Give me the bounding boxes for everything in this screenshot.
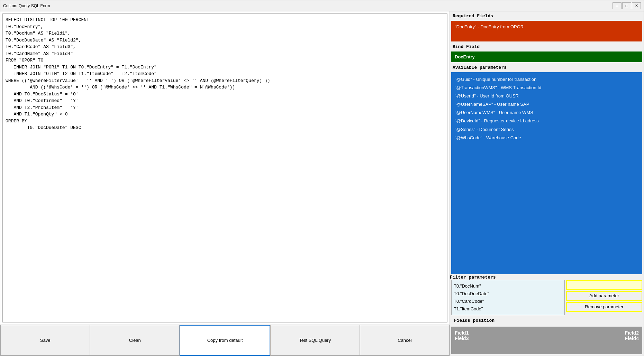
clean-button[interactable]: Clean [90, 325, 180, 356]
bind-field-header: Bind Field [450, 42, 644, 51]
main-content: SELECT DISTINCT TOP 100 PERCENT T0."DocE… [0, 11, 644, 356]
save-button[interactable]: Save [0, 325, 90, 356]
available-param-item: "@UserNameWMS" - User name WMS [455, 109, 639, 116]
required-fields-value: "DocEntry" - DocEntry from OPOR [455, 24, 524, 29]
sql-panel: SELECT DISTINCT TOP 100 PERCENT T0."DocE… [0, 11, 450, 356]
field2-label: Field2Field4 [547, 330, 639, 351]
filter-list-item[interactable]: T0."CardCode" [454, 298, 562, 305]
available-param-item: "@UserNameSAP" - User name SAP [455, 101, 639, 108]
close-button[interactable]: ✕ [632, 2, 641, 9]
cancel-button[interactable]: Cancel [360, 325, 450, 356]
filter-list-item[interactable]: T0."DocNum" [454, 282, 562, 290]
available-param-item: "@DeviceId" - Requester device Id adress [455, 117, 639, 125]
filter-params-header: Filter parameters [450, 275, 644, 280]
window-controls: ─ □ ✕ [613, 2, 641, 9]
fields-position-grid: Field1Field3 Field2Field4 [451, 327, 642, 354]
copy-from-default-button[interactable]: Copy from default [180, 325, 270, 356]
filter-list-item[interactable]: T0."DocDueDate" [454, 290, 562, 298]
filter-list[interactable]: T0."DocNum"T0."DocDueDate"T0."CardCode"T… [451, 280, 565, 315]
filter-controls: Add parameter Remove parameter [566, 280, 642, 315]
right-panel: Required Fields "DocEntry" - DocEntry fr… [450, 11, 644, 356]
required-fields-header: Required Fields [450, 11, 644, 21]
filter-params-row: T0."DocNum"T0."DocDueDate"T0."CardCode"T… [451, 280, 642, 315]
main-window: Custom Query SQL Form ─ □ ✕ SELECT DISTI… [0, 0, 644, 356]
bottom-buttons: Save Clean Copy from default Test SQL Qu… [0, 325, 450, 356]
field1-label: Field1Field3 [455, 330, 546, 351]
window-title: Custom Query SQL Form [3, 3, 50, 8]
remove-parameter-button[interactable]: Remove parameter [566, 302, 642, 312]
available-param-item: "@UserId" - User Id from OUSR [455, 92, 639, 100]
bind-field-value: DocEntry [455, 54, 475, 59]
test-sql-query-button[interactable]: Test SQL Query [270, 325, 360, 356]
add-parameter-button[interactable]: Add parameter [566, 291, 642, 301]
fields-position-section: Field1Field3 Field2Field4 [451, 327, 642, 354]
minimize-button[interactable]: ─ [613, 2, 622, 9]
title-bar: Custom Query SQL Form ─ □ ✕ [0, 0, 644, 11]
filter-list-item[interactable]: T1."ItemCode" [454, 305, 562, 313]
sql-editor[interactable]: SELECT DISTINCT TOP 100 PERCENT T0."DocE… [2, 13, 447, 322]
required-fields-box: "DocEntry" - DocEntry from OPOR [451, 21, 642, 41]
available-param-item: "@Guid" - Unique number for transaction [455, 76, 639, 83]
bind-field-box: DocEntry [451, 51, 642, 62]
filter-input[interactable] [566, 280, 642, 290]
restore-button[interactable]: □ [622, 2, 631, 9]
available-params-box: "@Guid" - Unique number for transaction"… [451, 72, 642, 274]
available-param-item: "@TransactionWMS" - WMS Transaction Id [455, 84, 639, 92]
available-params-header: Available parameters [450, 63, 644, 72]
available-param-item: "@WhsCode" - Warehouse Code [455, 134, 639, 142]
available-param-item: "@Series" - Document Series [455, 126, 639, 133]
fields-position-header: Fields position [451, 316, 642, 325]
